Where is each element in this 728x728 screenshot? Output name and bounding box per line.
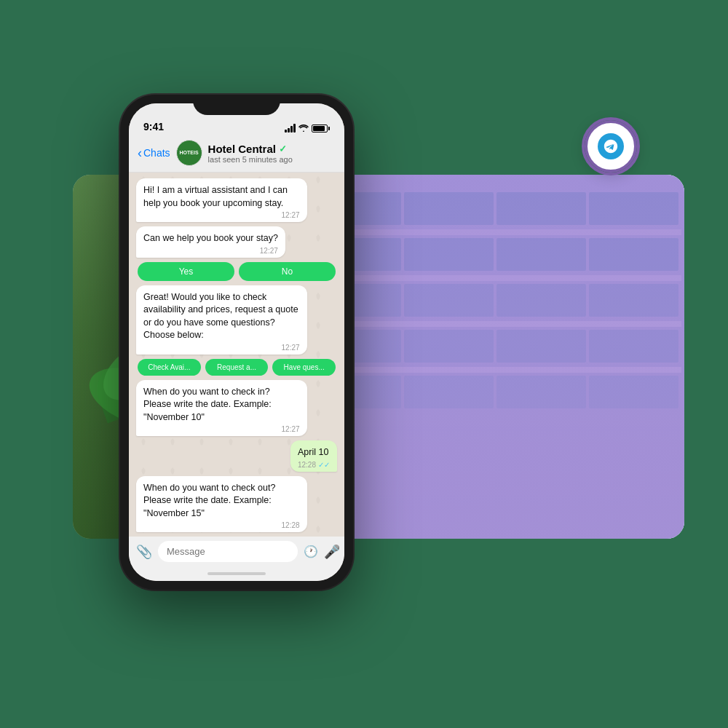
message-input[interactable] — [158, 541, 298, 562]
clock-icon: 🕐 — [304, 545, 318, 558]
request-quote-button[interactable]: Request a... — [205, 359, 269, 376]
no-button[interactable]: No — [239, 262, 336, 281]
message-1-time: 12:27 — [282, 211, 300, 219]
status-time: 9:41 — [143, 121, 164, 132]
message-2-text: Can we help you book your stay? — [143, 232, 278, 245]
signal-bars-icon — [285, 124, 296, 132]
bg-card-right — [306, 175, 684, 539]
phone-notch — [193, 95, 280, 115]
home-indicator — [129, 566, 344, 581]
message-4-time: 12:27 — [282, 344, 300, 352]
message-1-meta: 12:27 — [143, 211, 300, 219]
message-2: Can we help you book your stay? 12:27 — [136, 226, 285, 258]
message-2-time: 12:27 — [260, 247, 278, 255]
mic-icon[interactable]: 🎤 — [324, 544, 340, 560]
yes-no-replies: Yes No — [136, 262, 337, 281]
message-7-text: April 10 — [298, 446, 330, 459]
yes-button[interactable]: Yes — [138, 262, 234, 281]
three-option-replies: Check Avai... Request a... Have ques... — [136, 359, 337, 376]
message-2-meta: 12:27 — [143, 247, 278, 255]
message-8-text: When do you want to check out? Please wr… — [143, 482, 300, 521]
message-8-time: 12:28 — [282, 521, 300, 529]
message-7-meta: 12:28 ✓✓ — [298, 461, 330, 469]
message-4: Great! Would you like to check availabil… — [136, 285, 307, 355]
home-bar — [207, 572, 266, 575]
message-8: When do you want to check out? Please wr… — [136, 476, 307, 533]
check-avail-button[interactable]: Check Avai... — [138, 359, 201, 376]
message-7-check-icon: ✓✓ — [318, 461, 330, 469]
message-4-meta: 12:27 — [143, 344, 300, 352]
contact-info: Hotel Central ✓ last seen 5 minutes ago — [208, 143, 336, 164]
message-6-meta: 12:27 — [143, 425, 300, 433]
back-button[interactable]: ‹ Chats — [138, 146, 170, 161]
chat-header[interactable]: ‹ Chats HOTEIS Hotel Central ✓ last seen… — [129, 135, 344, 173]
wifi-icon — [298, 124, 309, 132]
message-1-text: Hi! I am a virtual assistant and I can h… — [143, 184, 300, 210]
back-label: Chats — [143, 147, 170, 159]
message-6-time: 12:27 — [282, 425, 300, 433]
battery-icon — [312, 124, 330, 132]
verified-badge-icon: ✓ — [279, 143, 287, 154]
message-8-meta: 12:28 — [143, 521, 300, 529]
message-7: April 10 12:28 ✓✓ — [290, 440, 337, 472]
telegram-badge — [585, 120, 637, 173]
message-6-text: When do you want to check in? Please wri… — [143, 386, 300, 424]
telegram-icon — [598, 133, 624, 159]
status-icons — [285, 124, 330, 132]
attach-icon[interactable]: 📎 — [136, 544, 152, 560]
chat-area: Hi! I am a virtual assistant and I can h… — [129, 173, 344, 537]
message-6: When do you want to check in? Please wri… — [136, 380, 307, 437]
contact-name: Hotel Central ✓ — [208, 143, 336, 155]
message-1: Hi! I am a virtual assistant and I can h… — [136, 178, 307, 222]
back-chevron-icon: ‹ — [138, 146, 142, 161]
message-4-text: Great! Would you like to check availabil… — [143, 291, 300, 342]
contact-status: last seen 5 minutes ago — [208, 155, 336, 164]
phone-frame: 9:41 — [120, 95, 353, 590]
message-input-bar: 📎 🕐 🎤 — [129, 537, 344, 566]
phone-screen: 9:41 — [129, 103, 344, 581]
message-7-time: 12:28 — [298, 461, 316, 469]
have-questions-button[interactable]: Have ques... — [272, 359, 336, 376]
contact-avatar: HOTEIS — [176, 140, 202, 166]
